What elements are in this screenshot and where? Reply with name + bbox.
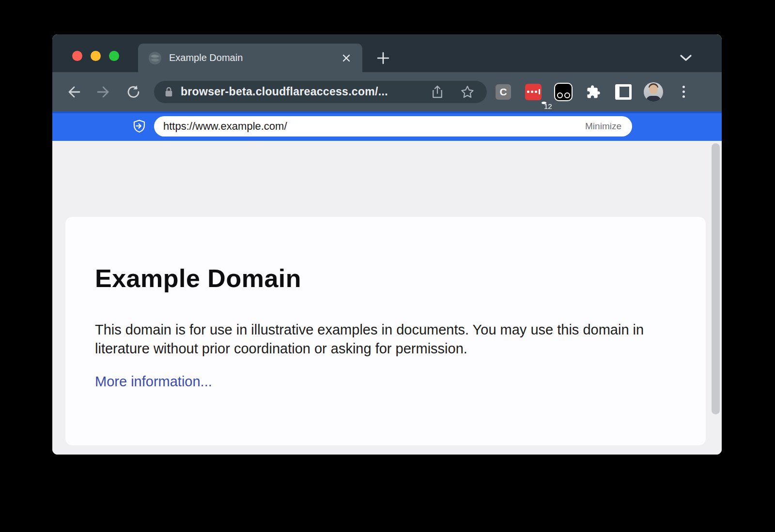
bookmark-star-icon[interactable] <box>461 85 474 99</box>
tab-strip: Example Domain <box>52 34 722 72</box>
page-heading: Example Domain <box>95 264 677 292</box>
close-window-button[interactable] <box>72 51 82 61</box>
browser-tab[interactable]: Example Domain <box>138 44 362 72</box>
more-information-link[interactable]: More information... <box>95 374 212 389</box>
page-viewport: Example Domain This domain is for use in… <box>52 141 722 455</box>
extensions-menu-button[interactable] <box>584 81 603 103</box>
extensions-row: C 12 <box>494 81 693 103</box>
address-bar[interactable]: browser-beta.cloudflareaccess.com/... <box>154 81 487 103</box>
browser-window: Example Domain <box>52 34 722 455</box>
tab-title: Example Domain <box>169 52 341 63</box>
scrollbar-thumb[interactable] <box>712 143 720 414</box>
address-url-text: browser-beta.cloudflareaccess.com/... <box>181 85 425 98</box>
extension-password-button[interactable]: 12 <box>524 81 543 103</box>
shield-arrow-icon <box>133 120 146 133</box>
lock-icon[interactable] <box>165 87 173 97</box>
kebab-menu-icon <box>682 86 685 98</box>
isolation-url-text: https://www.example.com/ <box>163 120 585 133</box>
globe-icon <box>149 52 161 64</box>
goggles-icon <box>554 83 573 101</box>
isolation-url-input[interactable]: https://www.example.com/ Minimize <box>154 116 632 137</box>
extension-c-icon: C <box>496 84 511 100</box>
tab-close-icon[interactable] <box>341 53 352 63</box>
minimize-button[interactable]: Minimize <box>585 121 621 132</box>
minimize-window-button[interactable] <box>91 51 101 61</box>
isolation-bar: https://www.example.com/ Minimize <box>52 111 722 141</box>
extension-goggles-button[interactable] <box>554 81 573 103</box>
content-card: Example Domain This domain is for use in… <box>65 217 706 445</box>
extension-c-button[interactable]: C <box>494 81 513 103</box>
puzzle-icon <box>586 85 601 99</box>
chevron-down-icon[interactable] <box>678 51 694 65</box>
page-paragraph: This domain is for use in illustrative e… <box>95 320 654 358</box>
browser-menu-button[interactable] <box>674 81 693 103</box>
extension-badge: 12 <box>542 102 546 104</box>
zoom-window-button[interactable] <box>109 51 119 61</box>
side-panel-button[interactable] <box>614 81 633 103</box>
profile-avatar[interactable] <box>644 81 663 103</box>
desktop-background: Example Domain <box>0 0 775 532</box>
share-icon[interactable] <box>432 85 443 99</box>
browser-toolbar: browser-beta.cloudflareaccess.com/... C <box>52 72 722 111</box>
password-manager-icon: 12 <box>525 84 542 100</box>
avatar <box>644 82 663 102</box>
side-panel-icon <box>615 84 632 100</box>
new-tab-button[interactable] <box>375 50 391 66</box>
back-button[interactable] <box>64 81 83 103</box>
reload-button[interactable] <box>124 81 143 103</box>
window-controls <box>72 51 119 61</box>
forward-button[interactable] <box>94 81 113 103</box>
